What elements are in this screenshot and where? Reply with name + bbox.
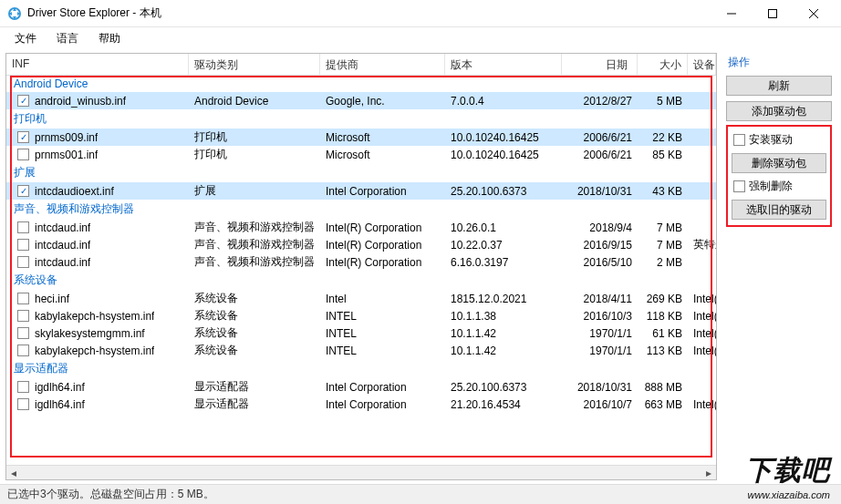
col-date[interactable]: 日期 xyxy=(562,54,638,75)
row-checkbox[interactable] xyxy=(17,293,29,304)
cell-device: Intel(R) 200 xyxy=(688,309,716,324)
install-driver-checkbox[interactable]: 安装驱动 xyxy=(733,132,826,148)
cell-date: 2006/6/21 xyxy=(562,130,638,145)
cell-device xyxy=(688,227,716,229)
cell-provider: Intel Corporation xyxy=(320,380,445,395)
cell-date: 2018/10/31 xyxy=(562,380,638,395)
cell-provider: Intel(R) Corporation xyxy=(320,255,445,270)
cell-date: 2016/9/15 xyxy=(562,238,638,252)
cell-size: 43 KB xyxy=(638,184,688,199)
row-checkbox[interactable] xyxy=(17,310,29,322)
group-header[interactable]: 系统设备 xyxy=(6,271,716,290)
table-header: INF 驱动类别 提供商 版本 日期 大小 设备名称 xyxy=(6,54,716,76)
add-package-button[interactable]: 添加驱动包 xyxy=(726,101,832,121)
row-checkbox[interactable] xyxy=(17,381,29,393)
menu-help[interactable]: 帮助 xyxy=(89,28,130,49)
table-row[interactable]: kabylakepch-hsystem.inf系统设备INTEL10.1.1.4… xyxy=(6,342,716,359)
cell-size: 7 MB xyxy=(638,221,688,235)
force-delete-checkbox[interactable]: 强制删除 xyxy=(733,179,826,194)
row-checkbox[interactable] xyxy=(17,345,29,356)
delete-package-button[interactable]: 删除驱动包 xyxy=(732,153,826,173)
menu-language[interactable]: 语言 xyxy=(47,28,88,49)
cell-category: 系统设备 xyxy=(189,307,320,324)
cell-device: 英特尔(R) 显 xyxy=(688,236,716,253)
row-checkbox[interactable] xyxy=(17,95,29,107)
cell-size: 113 KB xyxy=(638,344,688,358)
cell-category: 扩展 xyxy=(189,182,320,200)
col-inf[interactable]: INF xyxy=(6,54,189,75)
group-header[interactable]: 扩展 xyxy=(6,163,716,182)
table-row[interactable]: skylakesystemgmm.inf系统设备INTEL10.1.1.4219… xyxy=(6,324,716,342)
table-row[interactable]: igdlh64.inf显示适配器Intel Corporation21.20.1… xyxy=(6,396,716,413)
operations-heading: 操作 xyxy=(726,55,832,70)
col-provider[interactable]: 提供商 xyxy=(320,54,445,75)
col-size[interactable]: 大小 xyxy=(638,54,688,75)
group-header[interactable]: 打印机 xyxy=(6,109,716,129)
table-row[interactable]: prnms001.inf打印机Microsoft10.0.10240.16425… xyxy=(6,146,716,163)
cell-version: 10.0.10240.16425 xyxy=(445,130,562,145)
cell-device xyxy=(688,190,716,192)
cell-version: 10.1.1.38 xyxy=(445,309,562,324)
row-checkbox[interactable] xyxy=(17,239,29,251)
cell-category: 系统设备 xyxy=(189,342,320,359)
row-checkbox[interactable] xyxy=(17,149,29,160)
cell-device: Intel(R) 200 xyxy=(688,344,716,358)
table-row[interactable]: intcdaud.inf声音、视频和游戏控制器Intel(R) Corporat… xyxy=(6,219,716,236)
cell-version: 10.1.1.42 xyxy=(445,326,562,341)
cell-device xyxy=(688,137,716,139)
cell-inf: intcdaudioext.inf xyxy=(35,185,114,198)
row-checkbox[interactable] xyxy=(17,221,29,233)
table-row[interactable]: intcdaud.inf声音、视频和游戏控制器Intel(R) Corporat… xyxy=(6,253,716,271)
row-checkbox[interactable] xyxy=(17,131,29,143)
table-row[interactable]: kabylakepch-hsystem.inf系统设备INTEL10.1.1.3… xyxy=(6,307,716,324)
cell-date: 2016/5/10 xyxy=(562,255,638,270)
cell-inf: intcdaud.inf xyxy=(35,221,90,234)
group-header[interactable]: 显示适配器 xyxy=(6,359,716,378)
group-header[interactable]: 声音、视频和游戏控制器 xyxy=(6,200,716,219)
cell-category: 显示适配器 xyxy=(189,396,320,413)
cell-size: 5 MB xyxy=(638,94,688,108)
cell-inf: intcdaud.inf xyxy=(35,256,90,269)
horizontal-scrollbar[interactable]: ◂ ▸ xyxy=(6,465,716,479)
table-row[interactable]: android_winusb.infAndroid DeviceGoogle, … xyxy=(6,92,716,109)
cell-size: 118 KB xyxy=(638,309,688,324)
scroll-right-icon[interactable]: ▸ xyxy=(701,466,716,480)
row-checkbox[interactable] xyxy=(17,256,29,268)
table-row[interactable]: intcdaudioext.inf扩展Intel Corporation25.2… xyxy=(6,182,716,200)
menu-file[interactable]: 文件 xyxy=(5,28,46,49)
cell-device xyxy=(688,262,716,263)
row-checkbox[interactable] xyxy=(17,327,29,339)
cell-size: 888 MB xyxy=(638,380,688,395)
table-row[interactable]: heci.inf系统设备Intel1815.12.0.20212018/4/11… xyxy=(6,290,716,307)
select-old-button[interactable]: 选取旧的驱动 xyxy=(732,200,826,220)
cell-version: 6.16.0.3197 xyxy=(445,255,562,270)
row-checkbox[interactable] xyxy=(17,185,29,197)
cell-version: 25.20.100.6373 xyxy=(445,380,562,395)
scroll-left-icon[interactable]: ◂ xyxy=(6,466,21,480)
col-category[interactable]: 驱动类别 xyxy=(189,54,320,75)
cell-inf: prnms001.inf xyxy=(35,149,98,161)
cell-category: 系统设备 xyxy=(189,324,320,342)
refresh-button[interactable]: 刷新 xyxy=(726,76,832,96)
cell-version: 10.0.10240.16425 xyxy=(445,148,562,162)
cell-inf: prnms009.inf xyxy=(35,131,98,144)
table-row[interactable]: igdlh64.inf显示适配器Intel Corporation25.20.1… xyxy=(6,378,716,396)
group-header[interactable]: Android Device xyxy=(6,76,716,92)
cell-provider: Microsoft xyxy=(320,130,445,145)
minimize-button[interactable] xyxy=(711,0,752,27)
cell-device: Intel(R) Mana xyxy=(688,292,716,306)
checkbox-icon xyxy=(733,134,745,146)
col-version[interactable]: 版本 xyxy=(445,54,562,75)
cell-size: 7 MB xyxy=(638,238,688,252)
cell-device xyxy=(688,386,716,388)
row-checkbox[interactable] xyxy=(17,398,29,410)
table-row[interactable]: prnms009.inf打印机Microsoft10.0.10240.16425… xyxy=(6,129,716,146)
cell-provider: Google, Inc. xyxy=(320,94,445,108)
table-row[interactable]: intcdaud.inf声音、视频和游戏控制器Intel(R) Corporat… xyxy=(6,236,716,253)
col-device[interactable]: 设备名称 xyxy=(688,54,716,75)
cell-date: 1970/1/1 xyxy=(562,344,638,358)
close-button[interactable] xyxy=(793,0,834,27)
maximize-button[interactable] xyxy=(752,0,793,27)
cell-provider: Intel Corporation xyxy=(320,397,445,412)
window-title: Driver Store Explorer - 本机 xyxy=(27,5,711,21)
